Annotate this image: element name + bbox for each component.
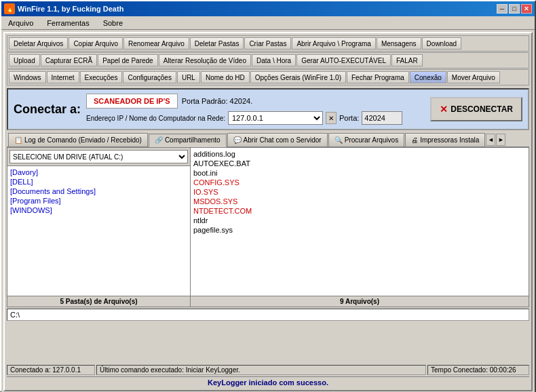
- btn-criar-pastas[interactable]: Criar Pastas: [244, 37, 291, 50]
- btn-renomear-arquivo[interactable]: Renomear Arquivo: [123, 37, 189, 50]
- file-iosys[interactable]: IO.SYS: [192, 187, 527, 197]
- tab-chat[interactable]: 💬 Abrir Chat com o Servidor: [227, 133, 328, 146]
- tab-log-icon: 📋: [14, 136, 22, 144]
- btn-nome-hd[interactable]: Nome do HD: [201, 71, 250, 83]
- menu-ferramentas[interactable]: Ferramentas: [43, 18, 93, 28]
- tab-procurar-label: Procurar Arquivos: [345, 136, 398, 144]
- tab-imp-label: Impressoras Instala: [420, 136, 479, 144]
- file-ntldr[interactable]: ntldr: [192, 216, 527, 225]
- tabs-row: 📋 Log de Comando (Enviado / Recebido) 🔗 …: [7, 133, 529, 147]
- connect-title: Conectar a:: [14, 102, 81, 117]
- disconnect-button[interactable]: ✕ DESCONECTAR: [430, 97, 522, 121]
- footer-message: KeyLogger iniciado com sucesso.: [208, 378, 328, 387]
- tab-comp-label: Compartilhamento: [165, 136, 221, 144]
- connect-middle: SCANEADOR DE IP'S Porta Padrão: 42024. E…: [86, 94, 425, 125]
- menu-sobre[interactable]: Sobre: [99, 18, 127, 28]
- btn-papel-parede[interactable]: Papel de Parede: [98, 54, 158, 66]
- btn-opcoes-gerais[interactable]: Opções Gerais (WinFire 1.0): [250, 71, 346, 83]
- window-frame: 🔥 WinFire 1.1, by Fucking Death ─ □ ✕ Ar…: [0, 0, 536, 392]
- file-pagefile[interactable]: pagefile.sys: [192, 225, 527, 235]
- app-icon: 🔥: [4, 3, 15, 14]
- status-bar: Conectado a: 127.0.0.1 Último comando ex…: [7, 365, 529, 375]
- tab-log-label: Log de Comando (Enviado / Recebido): [24, 136, 142, 144]
- close-button[interactable]: ✕: [521, 4, 532, 14]
- right-pane: additions.log AUTOEXEC.BAT boot.ini CONF…: [191, 148, 529, 296]
- drive-select-row: SELECIONE UM DRIVE (ATUAL C:): [7, 148, 190, 166]
- tab-prev-button[interactable]: ◄: [486, 134, 495, 146]
- file-bootini[interactable]: boot.ini: [192, 168, 527, 178]
- tab-compartilhamento[interactable]: 🔗 Compartilhamento: [149, 134, 227, 147]
- porta-label: Porta Padrão: 42024.: [182, 97, 253, 105]
- toolbar-row-2: Upload Capturar ECRÃ Papel de Parede Alt…: [7, 52, 529, 68]
- btn-falar[interactable]: FALAR: [391, 54, 423, 66]
- folder-program-files[interactable]: [Program Files]: [9, 196, 189, 205]
- btn-windows[interactable]: Windows: [9, 71, 46, 83]
- clear-ip-button[interactable]: ✕: [326, 112, 337, 124]
- btn-gerar-autoexec[interactable]: Gerar AUTO-EXECUTÁVEL: [296, 54, 391, 66]
- porta-row: SCANEADOR DE IP'S Porta Padrão: 42024.: [86, 94, 425, 109]
- menu-arquivo[interactable]: Arquivo: [4, 18, 37, 28]
- file-status-row: 5 Pasta(s) de Arquivo(s) 9 Arquivo(s): [7, 296, 529, 307]
- file-configsys[interactable]: CONFIG.SYS: [192, 178, 527, 187]
- btn-configuracoes[interactable]: Configurações: [123, 71, 176, 83]
- status-time: Tempo Conectado: 00:00:26: [427, 365, 529, 375]
- folder-windows[interactable]: [WINDOWS]: [9, 205, 189, 215]
- connect-section: Conectar a: SCANEADOR DE IP'S Porta Padr…: [7, 88, 529, 130]
- path-bar: C:\: [7, 309, 529, 321]
- file-autoexec[interactable]: AUTOEXEC.BAT: [192, 159, 527, 168]
- title-bar-left: 🔥 WinFire 1.1, by Fucking Death: [4, 3, 123, 14]
- folder-dell[interactable]: [DELL]: [9, 177, 189, 187]
- btn-data-hora[interactable]: Data \ Hora: [252, 54, 296, 66]
- tab-chat-label: Abrir Chat com o Servidor: [244, 136, 322, 144]
- tab-log[interactable]: 📋 Log de Comando (Enviado / Recebido): [8, 133, 148, 146]
- btn-download[interactable]: Download: [422, 37, 461, 50]
- tab-chat-icon: 💬: [233, 136, 242, 144]
- footer-bar: KeyLogger iniciado com sucesso.: [7, 376, 529, 388]
- tab-procurar[interactable]: 🔍 Procurar Arquivos: [328, 133, 404, 146]
- btn-mover-arquivo[interactable]: Mover Arquivo: [447, 71, 500, 83]
- file-count: 9 Arquivo(s): [191, 296, 529, 307]
- btn-execucoes[interactable]: Execuções: [80, 71, 123, 83]
- btn-abrir-arquivo[interactable]: Abrir Arquivo \ Programa: [292, 37, 376, 50]
- file-ntdetect[interactable]: NTDETECT.COM: [192, 206, 527, 216]
- btn-internet[interactable]: Internet: [47, 71, 79, 83]
- scanner-btn[interactable]: SCANEADOR DE IP'S: [86, 94, 178, 109]
- disconnect-icon: ✕: [440, 104, 448, 115]
- window-title: WinFire 1.1, by Fucking Death: [18, 5, 123, 13]
- status-last-command: Último comando executado: Iniciar KeyLog…: [96, 365, 426, 375]
- btn-conexao[interactable]: Conexão: [410, 71, 446, 83]
- btn-capturar-ecra[interactable]: Capturar ECRÃ: [41, 54, 97, 66]
- btn-deletar-arquivos[interactable]: Deletar Arquivos: [9, 37, 68, 50]
- btn-fechar-programa[interactable]: Fechar Programa: [347, 71, 409, 83]
- btn-url[interactable]: URL: [177, 71, 200, 83]
- title-bar-controls: ─ □ ✕: [497, 4, 532, 14]
- folder-davory[interactable]: [Davory]: [9, 168, 189, 177]
- tab-imp-icon: 🖨: [411, 136, 418, 144]
- btn-deletar-pastas[interactable]: Deletar Pastas: [190, 37, 244, 50]
- drive-select[interactable]: SELECIONE UM DRIVE (ATUAL C:): [9, 150, 188, 163]
- porta-input-label: Porta:: [339, 114, 359, 122]
- folder-count: 5 Pasta(s) de Arquivo(s): [7, 296, 191, 307]
- tab-impressoras[interactable]: 🖨 Impressoras Instala: [405, 133, 485, 146]
- maximize-button[interactable]: □: [509, 4, 520, 14]
- btn-alterar-resolucao[interactable]: Alterar Resolução de Vídeo: [159, 54, 251, 66]
- folder-list: [Davory] [DELL] [Documents and Settings]…: [7, 166, 190, 296]
- file-browser: SELECIONE UM DRIVE (ATUAL C:) [Davory] […: [7, 147, 529, 296]
- ip-select[interactable]: 127.0.0.1: [228, 111, 323, 125]
- toolbar-row-1: Deletar Arquivos Copiar Arquivo Renomear…: [7, 35, 529, 52]
- file-additions[interactable]: additions.log: [192, 149, 527, 159]
- status-connected: Conectado a: 127.0.0.1: [7, 365, 95, 375]
- btn-mensagens[interactable]: Mensagens: [377, 37, 421, 50]
- file-msdossys[interactable]: MSDOS.SYS: [192, 197, 527, 206]
- btn-upload[interactable]: Upload: [9, 54, 40, 66]
- folder-docs-settings[interactable]: [Documents and Settings]: [9, 187, 189, 196]
- minimize-button[interactable]: ─: [497, 4, 508, 14]
- tab-procurar-icon: 🔍: [334, 136, 343, 144]
- btn-copiar-arquivo[interactable]: Copiar Arquivo: [69, 37, 123, 50]
- left-pane: SELECIONE UM DRIVE (ATUAL C:) [Davory] […: [7, 148, 191, 296]
- ip-row: Endereço IP / Nome do Computador na Rede…: [86, 111, 425, 125]
- tab-comp-icon: 🔗: [155, 136, 163, 144]
- disconnect-label: DESCONECTAR: [451, 104, 513, 114]
- tab-next-button[interactable]: ►: [496, 134, 505, 146]
- port-input[interactable]: [362, 111, 402, 125]
